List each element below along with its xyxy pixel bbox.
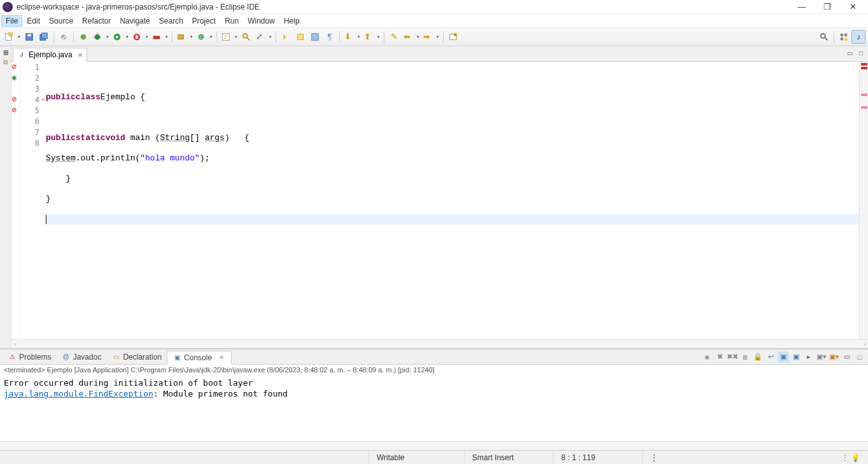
new-java-package-button[interactable] — [175, 30, 194, 44]
open-type-button[interactable] — [220, 30, 239, 44]
open-console-button[interactable]: ▣▾ — [816, 351, 827, 363]
close-button[interactable]: ✕ — [840, 1, 865, 13]
pin-console-button[interactable]: ▣ — [790, 351, 802, 363]
menu-window[interactable]: Window — [243, 15, 279, 27]
close-tab-icon[interactable]: ✕ — [78, 52, 83, 59]
last-edit-button[interactable]: ✎ — [387, 30, 401, 44]
menu-source[interactable]: Source — [45, 15, 78, 27]
line-number: 5 — [35, 106, 39, 115]
menu-help[interactable]: Help — [279, 15, 304, 27]
status-insert: Smart Insert — [465, 451, 554, 464]
editor-hscroll[interactable]: ‹› — [11, 339, 868, 348]
console-hscroll[interactable] — [0, 441, 868, 450]
console-icon: ▣ — [172, 353, 181, 362]
svg-point-7 — [95, 34, 101, 39]
restore-view-icon[interactable]: ⊞ — [1, 48, 10, 57]
error-marker-icon: ⊘ — [11, 63, 17, 70]
java-perspective-button[interactable]: J — [851, 30, 865, 44]
remove-all-button[interactable]: ✖✖ — [727, 351, 738, 363]
new-java-class-button[interactable]: C — [195, 30, 214, 44]
prev-annotation-button[interactable]: ⬆ — [362, 30, 381, 44]
status-position: 8 : 1 : 119 — [554, 451, 643, 464]
pin-editor-button[interactable] — [446, 30, 460, 44]
toggle-mark-button[interactable] — [279, 30, 293, 44]
line-number: 1 — [35, 63, 39, 72]
minimize-button[interactable]: — — [789, 1, 815, 13]
menu-navigate[interactable]: Navigate — [115, 15, 154, 27]
scroll-lock-button[interactable]: 🔒 — [752, 351, 764, 363]
show-whitespace-button[interactable]: ¶ — [323, 30, 337, 44]
new-button[interactable] — [3, 30, 22, 44]
toggle-block-button[interactable] — [293, 30, 307, 44]
code-text: ) { — [225, 133, 249, 143]
keyword: class — [76, 92, 101, 102]
search-button[interactable] — [239, 30, 253, 44]
run-button[interactable] — [111, 30, 130, 44]
svg-rect-3 — [27, 34, 31, 36]
text-cursor — [46, 215, 46, 224]
clear-console-button[interactable]: 🗎 — [739, 351, 751, 363]
menu-search[interactable]: Search — [155, 15, 188, 27]
access-search-button[interactable] — [817, 30, 831, 44]
skip-breakpoints-button[interactable] — [76, 30, 90, 44]
status-tip-icon[interactable]: ⋮ 💡 — [834, 451, 868, 464]
menu-project[interactable]: Project — [188, 15, 220, 27]
status-empty: ⋮ — [643, 451, 662, 464]
editor-minimize-icon[interactable]: ▭ — [845, 48, 854, 57]
view-minimize-icon[interactable]: ▭ — [841, 351, 853, 363]
coverage-button[interactable] — [130, 30, 150, 44]
word-wrap-button[interactable]: ↩ — [765, 351, 776, 363]
save-all-button[interactable] — [37, 30, 51, 44]
svg-rect-18 — [312, 33, 319, 40]
forward-button[interactable]: ➡ — [421, 30, 440, 44]
tab-console[interactable]: ▣ Console ✕ — [167, 351, 232, 365]
console-header: <terminated> Ejemplo [Java Application] … — [0, 365, 868, 376]
save-button[interactable] — [22, 30, 36, 44]
new-console-button[interactable]: ▣▾ — [829, 351, 840, 363]
code-content[interactable]: public class Ejemplo { public static voi… — [43, 62, 859, 339]
overview-ruler[interactable] — [859, 62, 868, 339]
menu-refactor[interactable]: Refactor — [78, 15, 115, 27]
editor-tab-ejemplo[interactable]: J Ejemplo.java ✕ — [13, 48, 87, 62]
show-console-button[interactable]: ▣ — [778, 351, 789, 363]
left-trim: ⊞ ⧉ — [0, 46, 11, 348]
code-text: main ( — [125, 133, 160, 143]
title-bar: eclipse-workspace - java-primeros-pasos/… — [0, 0, 868, 14]
toggle-word-wrap-button[interactable] — [308, 30, 322, 44]
tab-problems[interactable]: ⚠ Problems — [3, 350, 57, 364]
back-button[interactable]: ⬅ — [402, 30, 421, 44]
editor-maximize-icon[interactable]: □ — [857, 48, 865, 57]
display-selected-button[interactable]: ▸ — [803, 351, 815, 363]
menu-run[interactable]: Run — [220, 15, 243, 27]
package-explorer-icon[interactable]: ⧉ — [1, 58, 10, 67]
quickfix-marker-icon: ◉ — [11, 74, 17, 81]
line-number: 3 — [35, 85, 39, 94]
external-tools-button[interactable] — [150, 30, 169, 44]
svg-rect-1 — [9, 32, 12, 36]
keyword: public — [46, 133, 76, 143]
close-tab-icon[interactable]: ✕ — [217, 353, 226, 362]
debug-button[interactable] — [91, 30, 110, 44]
editor-body[interactable]: ⊘ ◉ ⊘ ⊘ 1 2 3 4⊖ 5 6 7 8 public class Ej… — [11, 62, 868, 339]
code-text: .out.println( — [76, 153, 140, 163]
remove-launch-button[interactable]: ✖ — [714, 351, 725, 363]
view-maximize-icon[interactable]: □ — [854, 351, 865, 363]
svg-point-6 — [81, 34, 87, 39]
tab-javadoc[interactable]: @ Javadoc — [57, 350, 107, 364]
svg-rect-5 — [42, 32, 48, 38]
tab-declaration[interactable]: ▭ Declaration — [106, 350, 167, 364]
annotation-nav-button[interactable]: ⤢ — [254, 30, 273, 44]
menu-edit[interactable]: Edit — [22, 15, 45, 27]
exception-link[interactable]: java.lang.module.FindException — [4, 389, 153, 398]
maximize-button[interactable]: ❐ — [815, 1, 840, 13]
type-name: System — [46, 153, 76, 163]
open-perspective-button[interactable] — [837, 30, 851, 44]
svg-rect-23 — [844, 33, 847, 36]
console-output[interactable]: Error occurred during initialization of … — [0, 376, 868, 441]
menu-file[interactable]: File — [1, 15, 22, 27]
terminate-button[interactable]: ■ — [701, 351, 713, 363]
toggle-breadcrumb-button[interactable]: ⎋ — [57, 30, 71, 44]
next-annotation-button[interactable]: ⬇ — [342, 30, 361, 44]
eclipse-logo-icon — [3, 2, 13, 12]
tab-label: Problems — [19, 353, 52, 362]
